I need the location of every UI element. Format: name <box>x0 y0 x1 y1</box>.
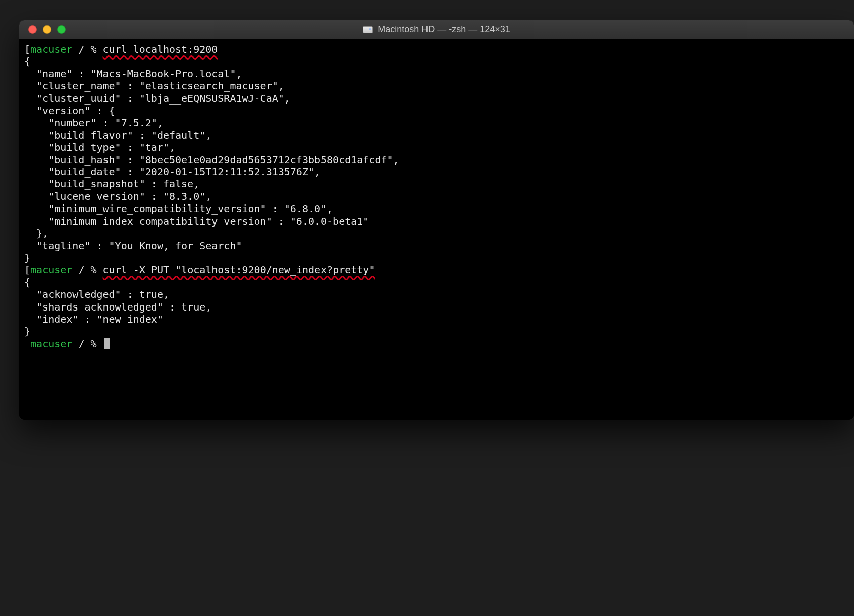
close-button[interactable] <box>28 25 37 34</box>
output-line: "cluster_name" : "elasticsearch_macuser"… <box>24 80 284 92</box>
zoom-button[interactable] <box>57 25 66 34</box>
prompt-path: / <box>78 338 84 350</box>
output-line: "shards_acknowledged" : true, <box>24 301 211 313</box>
prompt-path: / <box>78 264 84 276</box>
terminal-window: Macintosh HD — -zsh — 124×31 [macuser / … <box>19 20 854 420</box>
output-line: "index" : "new_index" <box>24 313 163 325</box>
prompt-user: macuser <box>30 264 72 276</box>
window-title-text: Macintosh HD — -zsh — 124×31 <box>378 24 510 35</box>
output-line: "lucene_version" : "8.3.0", <box>24 190 211 202</box>
cursor <box>104 338 110 349</box>
traffic-lights <box>28 25 66 34</box>
prompt-bracket: [ <box>24 264 30 276</box>
prompt-symbol: % <box>90 43 96 55</box>
output-line: }, <box>24 227 48 239</box>
output-line: } <box>24 252 30 264</box>
output-line: { <box>24 276 30 288</box>
output-line: "number" : "7.5.2", <box>24 117 163 129</box>
output-line: "build_date" : "2020-01-15T12:11:52.3135… <box>24 166 321 178</box>
terminal-body[interactable]: [macuser / % curl localhost:9200 { "name… <box>19 39 854 420</box>
prompt-user: macuser <box>30 43 72 55</box>
output-line: "version" : { <box>24 105 115 117</box>
prompt-symbol: % <box>90 338 96 350</box>
command-1: curl localhost:9200 <box>103 43 218 55</box>
disk-icon <box>363 26 373 33</box>
output-line: "cluster_uuid" : "lbja__eEQNSUSRA1wJ-CaA… <box>24 92 290 105</box>
output-line: "name" : "Macs-MacBook-Pro.local", <box>24 68 242 80</box>
titlebar[interactable]: Macintosh HD — -zsh — 124×31 <box>19 20 854 39</box>
output-line: "acknowledged" : true, <box>24 288 169 300</box>
prompt-symbol: % <box>90 264 96 276</box>
output-line: "build_type" : "tar", <box>24 141 175 153</box>
prompt-path: / <box>78 43 84 55</box>
output-line: } <box>24 325 30 337</box>
output-line: "minimum_wire_compatibility_version" : "… <box>24 202 333 215</box>
output-line: "build_hash" : "8bec50e1e0ad29dad5653712… <box>24 154 399 166</box>
window-title: Macintosh HD — -zsh — 124×31 <box>19 24 854 35</box>
output-line: "build_snapshot" : false, <box>24 178 199 190</box>
output-line: "minimum_index_compatibility_version" : … <box>24 215 369 227</box>
output-line: "build_flavor" : "default", <box>24 129 211 141</box>
output-line: { <box>24 55 30 67</box>
prompt-user: macuser <box>30 338 72 350</box>
prompt-bracket: [ <box>24 43 30 55</box>
minimize-button[interactable] <box>43 25 51 34</box>
command-2: curl -X PUT "localhost:9200/new_index?pr… <box>103 264 375 276</box>
output-line: "tagline" : "You Know, for Search" <box>24 240 242 252</box>
